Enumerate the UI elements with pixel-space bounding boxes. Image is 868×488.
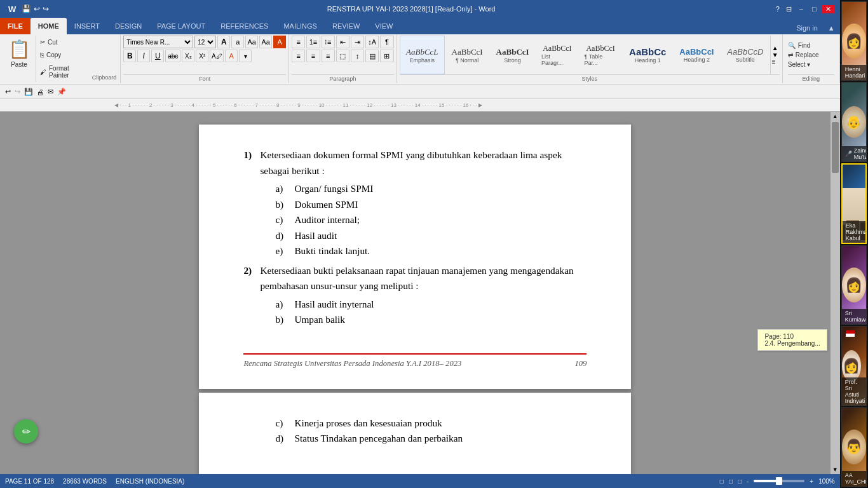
tab-insert[interactable]: INSERT	[67, 18, 107, 34]
scroll-down-btn[interactable]: ▼	[832, 466, 838, 473]
style-list-para-btn[interactable]: AaBbCcI List Paragr...	[536, 36, 578, 74]
styles-group-label: Styles	[400, 74, 780, 82]
font-group-label: Font	[123, 74, 286, 82]
close-btn[interactable]: ✕	[822, 5, 835, 13]
bold-btn[interactable]: B	[123, 50, 136, 62]
help-btn[interactable]: ?	[773, 5, 782, 13]
tab-view[interactable]: VIEW	[367, 18, 400, 34]
clipboard-group-label: Clipboard	[91, 73, 118, 82]
font-color-drop[interactable]: ▾	[239, 50, 252, 62]
zoom-slider[interactable]	[754, 480, 804, 482]
scroll-thumb[interactable]	[832, 122, 839, 173]
tab-design[interactable]: DESIGN	[107, 18, 149, 34]
select-btn[interactable]: Select ▾	[788, 61, 834, 68]
tab-references[interactable]: REFERENCES	[213, 18, 276, 34]
sign-in-btn[interactable]: Sign in	[791, 22, 823, 34]
other2-btn[interactable]: 📌	[57, 88, 66, 96]
font-shrink-btn[interactable]: a	[231, 36, 244, 48]
alpha-d-text: Status Tindakan pencegahan dan perbaikan	[294, 431, 463, 447]
v-scrollbar[interactable]: ▲ ▼	[831, 112, 840, 474]
annotation-btn[interactable]: ✏	[14, 419, 38, 444]
styles-scroll-btn[interactable]: ▲ ▼ ≡	[770, 36, 780, 74]
maximize-btn[interactable]: □	[808, 5, 820, 13]
format-painter-button[interactable]: 🖌Format Painter	[40, 65, 87, 79]
subscript-btn[interactable]: X₂	[182, 50, 194, 62]
ruler-content: ◀ · · · 1 · · · · · · 2 · · · · · · 3 · …	[114, 102, 482, 108]
restore-btn[interactable]: ⊟	[783, 5, 794, 13]
view-print-icon[interactable]: □	[720, 478, 724, 485]
para-row1: ≡ 1≡ ⁝≡ ⇤ ⇥ ↕A ¶	[292, 36, 393, 48]
bullet-btn[interactable]: ≡	[292, 36, 305, 48]
qa-undo[interactable]: ↩	[34, 4, 40, 13]
undo2-btn[interactable]: ↩	[5, 88, 11, 96]
qa-redo[interactable]: ↪	[43, 4, 49, 13]
tab-page-layout[interactable]: PAGE LAYOUT	[149, 18, 213, 34]
paste-button[interactable]: 📋 Paste	[3, 36, 36, 82]
tab-mailings[interactable]: MAILINGS	[276, 18, 325, 34]
doc-scroll[interactable]: 1) Ketersediaan dokumen formal SPMI yang…	[0, 112, 831, 474]
styles-row: AaBbCcL Emphasis AaBbCcI ¶ Normal AaBbCc…	[400, 36, 780, 74]
align-left-btn[interactable]: ≡	[292, 50, 305, 62]
alpha-2a-text: Hasil audit inyternal	[294, 297, 374, 313]
indent-inc-btn[interactable]: ⇥	[351, 36, 364, 48]
cut-button[interactable]: ✂Cut	[40, 39, 87, 46]
other-btn[interactable]: ✉	[48, 88, 53, 96]
style-normal-btn[interactable]: AaBbCcI ¶ Normal	[445, 36, 489, 74]
align-right-btn[interactable]: ≡	[322, 50, 335, 62]
style-subtitle-btn[interactable]: AaBbCcD Subtitle	[721, 36, 770, 74]
font-highlight-color-btn[interactable]: A	[273, 36, 286, 48]
style-heading2-btn[interactable]: AaBbCcI Heading 2	[673, 36, 721, 74]
style-table-para-btn[interactable]: AaBbCcI ¶ Table Par...	[579, 36, 623, 74]
italic-btn[interactable]: I	[137, 50, 150, 62]
print2-btn[interactable]: 🖨	[37, 88, 44, 96]
indent-dec-btn[interactable]: ⇤	[336, 36, 349, 48]
show-hide-btn[interactable]: ¶	[380, 36, 393, 48]
view-web-icon[interactable]: □	[729, 478, 733, 485]
ribbon-tabs: FILE HOME INSERT DESIGN PAGE LAYOUT REFE…	[0, 18, 840, 34]
expand-ribbon-btn[interactable]: ▲	[823, 22, 840, 34]
tab-home[interactable]: HOME	[31, 18, 67, 34]
center-btn[interactable]: ≡	[306, 50, 320, 62]
text-highlight-btn[interactable]: A🖊	[210, 50, 224, 62]
font-color-btn[interactable]: A	[225, 50, 238, 62]
sort-btn[interactable]: ↕A	[365, 36, 379, 48]
tab-file[interactable]: FILE	[0, 18, 31, 34]
style-table-para-label: ¶ Table Par...	[585, 53, 617, 66]
font-case-btn[interactable]: Aa	[259, 36, 272, 48]
font-clear-btn[interactable]: Aa	[245, 36, 258, 48]
superscript-btn[interactable]: X²	[196, 50, 208, 62]
numbered-btn[interactable]: 1≡	[306, 36, 320, 48]
alpha-item-2b: b) Umpan balik	[275, 312, 587, 328]
font-family-select[interactable]: Times New R...	[123, 36, 193, 48]
zoom-thumb[interactable]	[776, 477, 782, 485]
ribbon-content: 📋 Paste ✂Cut ⎘Copy 🖌Format Painter Clipb…	[0, 34, 840, 85]
save2-btn[interactable]: 💾	[24, 88, 33, 96]
zoom-plus-btn[interactable]: +	[810, 478, 813, 485]
border-btn[interactable]: ⊞	[380, 50, 393, 62]
redo2-btn[interactable]: ↪	[15, 88, 20, 96]
style-heading1-btn[interactable]: AaBbCc Heading 1	[623, 36, 673, 74]
underline-btn[interactable]: U	[151, 50, 164, 62]
shading-btn[interactable]: ▤	[365, 50, 379, 62]
copy-button[interactable]: ⎘Copy	[40, 51, 87, 58]
strikethrough-btn[interactable]: abc	[165, 50, 180, 62]
annotation-icon: ✏	[22, 426, 31, 438]
scroll-up-btn[interactable]: ▲	[832, 113, 838, 119]
replace-btn[interactable]: ⇄Replace	[788, 51, 834, 58]
style-emphasis-btn[interactable]: AaBbCcL Emphasis	[400, 36, 445, 74]
font-grow-btn[interactable]: A	[217, 36, 230, 48]
zoom-minus-btn[interactable]: -	[747, 478, 749, 485]
tab-review[interactable]: REVIEW	[325, 18, 367, 34]
font-size-select[interactable]: 12	[194, 36, 216, 48]
find-btn[interactable]: 🔍Find	[788, 42, 834, 49]
item-1-text: Ketersediaan dokumen formal SPMI yang di…	[260, 147, 587, 179]
multilevel-btn[interactable]: ⁝≡	[322, 36, 335, 48]
qa-save[interactable]: 💾	[22, 4, 31, 13]
paste-label: Paste	[11, 61, 27, 68]
minimize-btn[interactable]: –	[796, 5, 807, 13]
style-strong-btn[interactable]: AaBbCcI Strong	[489, 36, 536, 74]
justify-btn[interactable]: ⬚	[336, 50, 349, 62]
status-page: PAGE 11 OF 128	[5, 478, 54, 485]
view-read-icon[interactable]: □	[738, 478, 742, 485]
line-spacing-btn[interactable]: ↕	[351, 50, 364, 62]
